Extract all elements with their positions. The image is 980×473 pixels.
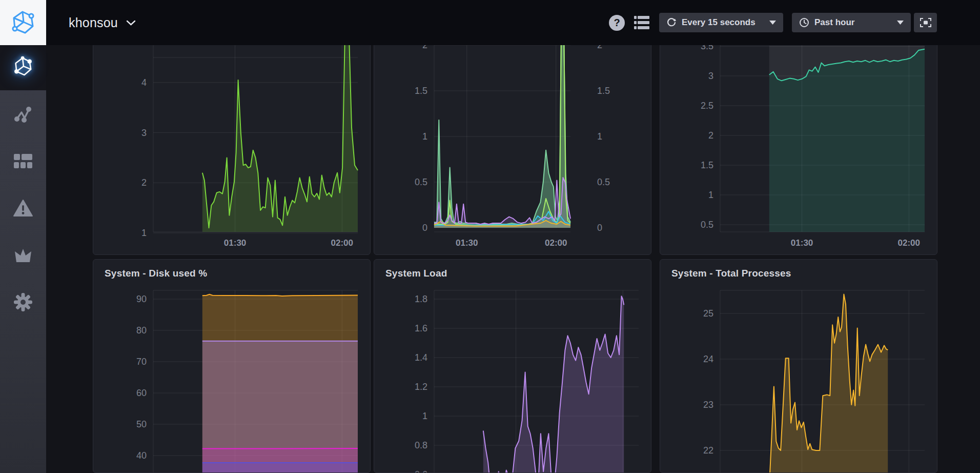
chevron-down-icon	[126, 20, 136, 26]
series-yellow-fill	[769, 294, 888, 473]
svg-text:02:00: 02:00	[545, 238, 567, 248]
svg-text:02:00: 02:00	[898, 238, 920, 248]
y-axis-labels: 4321	[141, 77, 147, 238]
dashboard-title: khonsou	[69, 15, 118, 30]
svg-text:1: 1	[597, 131, 602, 142]
svg-text:3: 3	[141, 128, 147, 138]
y-axis-labels: 3.532.521.510.5	[701, 41, 713, 230]
top-navbar: khonsou ? Every 15	[0, 0, 980, 45]
svg-text:0.8: 0.8	[415, 440, 427, 450]
svg-text:3: 3	[708, 71, 713, 81]
svg-text:1.6: 1.6	[415, 323, 427, 333]
svg-text:0.5: 0.5	[701, 220, 713, 230]
chart-canvas[interactable]: 3.532.521.510.501:3002:00	[660, 21, 937, 255]
chart-canvas[interactable]: 1.81.61.41.210.80.6	[374, 260, 651, 473]
y-axis-labels: 908070605040	[136, 294, 147, 461]
x-axis-labels: 01:3002:00	[456, 238, 567, 248]
svg-text:01:30: 01:30	[791, 238, 813, 248]
sidebar-item-admin[interactable]	[11, 243, 35, 267]
alert-triangle-icon	[13, 199, 33, 218]
chart-canvas[interactable]: 908070605040	[93, 260, 371, 473]
app-logo[interactable]	[0, 0, 46, 45]
time-range-label: Past hour	[814, 17, 854, 28]
panel-title: System - Total Processes	[671, 268, 791, 279]
svg-text:40: 40	[136, 450, 147, 461]
x-axis-labels: 01:3002:00	[791, 238, 920, 248]
panel-2[interactable]: 221.51.5110.50.50001:3002:00	[374, 21, 651, 255]
dashboards-grid-icon	[13, 153, 33, 169]
series-purple-fill	[483, 296, 624, 473]
series-orange-line	[202, 294, 358, 296]
svg-text:01:30: 01:30	[456, 238, 478, 248]
series-magenta-line	[202, 448, 358, 449]
list-icon	[634, 16, 649, 30]
svg-text:4: 4	[141, 77, 147, 88]
svg-text:02:00: 02:00	[331, 238, 353, 248]
svg-text:0: 0	[422, 223, 427, 233]
series-green-fill	[202, 21, 358, 232]
panel-4[interactable]: 908070605040System - Disk used %	[93, 259, 371, 473]
fullscreen-icon	[920, 18, 931, 27]
sidebar-item-alerting[interactable]	[11, 196, 35, 221]
presentation-mode-button[interactable]	[914, 13, 937, 32]
svg-text:0.6: 0.6	[415, 469, 427, 473]
svg-text:25: 25	[703, 308, 713, 319]
panel-title: System - Disk used %	[105, 268, 207, 279]
svg-text:60: 60	[136, 388, 147, 398]
svg-text:1: 1	[141, 228, 147, 238]
refresh-interval-dropdown[interactable]: Every 15 seconds	[659, 13, 783, 32]
refresh-interval-label: Every 15 seconds	[682, 17, 756, 28]
y-axis-labels: 25242322	[703, 308, 713, 456]
sidebar	[0, 45, 46, 473]
time-range-dropdown[interactable]: Past hour	[792, 13, 911, 32]
svg-text:1: 1	[708, 190, 713, 200]
sidebar-item-configuration[interactable]	[11, 290, 35, 314]
dashboard-title-dropdown[interactable]: khonsou	[69, 0, 136, 45]
svg-text:50: 50	[136, 419, 147, 429]
crown-icon	[13, 247, 33, 263]
chart-canvas[interactable]: 432101:3002:00	[93, 21, 371, 255]
caret-down-icon	[769, 21, 776, 25]
series-indigo-fill	[202, 463, 358, 473]
svg-text:23: 23	[703, 400, 713, 410]
polyhedron-logo-icon	[10, 9, 36, 36]
svg-text:1: 1	[422, 411, 427, 421]
svg-text:1.5: 1.5	[597, 86, 610, 96]
svg-text:2: 2	[708, 130, 713, 141]
svg-text:70: 70	[136, 357, 147, 367]
svg-text:2.5: 2.5	[701, 101, 713, 111]
status-glow-icon	[12, 55, 34, 80]
sidebar-item-status[interactable]	[0, 45, 46, 90]
x-axis-labels: 01:3002:00	[224, 238, 353, 248]
svg-text:80: 80	[136, 325, 147, 336]
panel-5[interactable]: 1.81.61.41.210.80.6System Load	[374, 259, 651, 473]
sidebar-item-data-explorer[interactable]	[11, 102, 35, 127]
chart-canvas[interactable]: 25242322	[660, 260, 937, 473]
series-sage-fill	[434, 21, 570, 228]
sidebar-item-dashboards[interactable]	[11, 149, 35, 173]
caret-down-icon	[897, 21, 904, 25]
svg-text:1.5: 1.5	[701, 160, 713, 170]
help-button[interactable]: ?	[609, 15, 625, 31]
graph-explore-icon	[13, 104, 33, 125]
svg-text:0.5: 0.5	[415, 177, 427, 187]
panel-6[interactable]: 25242322System - Total Processes	[660, 259, 937, 473]
panel-list-button[interactable]	[634, 16, 649, 30]
gear-icon	[12, 291, 34, 313]
svg-text:1: 1	[422, 131, 427, 142]
chart-canvas[interactable]: 221.51.5110.50.50001:3002:00	[374, 21, 651, 255]
y-axis-labels: 1.81.61.41.210.80.6	[415, 294, 427, 473]
svg-text:24: 24	[703, 354, 713, 364]
svg-text:22: 22	[703, 445, 713, 456]
question-icon: ?	[614, 17, 620, 29]
svg-text:2: 2	[141, 178, 147, 188]
panel-3[interactable]: 3.532.521.510.501:3002:00	[660, 21, 937, 255]
svg-text:1.4: 1.4	[415, 352, 427, 363]
refresh-icon	[666, 17, 677, 28]
svg-text:1.2: 1.2	[415, 382, 427, 392]
svg-text:1.8: 1.8	[415, 294, 427, 304]
svg-text:01:30: 01:30	[224, 238, 246, 248]
svg-text:90: 90	[136, 294, 147, 304]
svg-text:0.5: 0.5	[597, 177, 610, 187]
panel-1[interactable]: 432101:3002:00	[93, 21, 371, 255]
